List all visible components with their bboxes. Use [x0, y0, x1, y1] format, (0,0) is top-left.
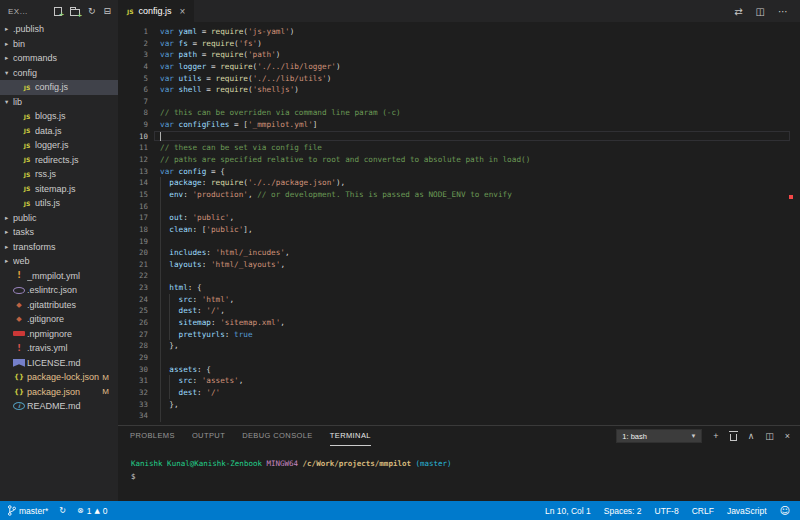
maximize-panel-icon[interactable]: ∧ [748, 431, 755, 441]
code-editor[interactable]: 1var yaml = require('js-yaml')2var fs = … [118, 22, 800, 425]
sidebar-folder-transforms[interactable]: ▸transforms [0, 240, 118, 255]
sidebar-file-rss-js[interactable]: JSrss.js [0, 167, 118, 182]
sidebar-folder-public[interactable]: ▸public [0, 211, 118, 226]
line-number[interactable]: 1 [118, 26, 148, 38]
code-line[interactable]: 13var config = { [118, 166, 800, 178]
sidebar-file-readme-md[interactable]: iREADME.md [0, 399, 118, 414]
line-number[interactable]: 14 [118, 177, 148, 189]
line-number[interactable]: 13 [118, 166, 148, 178]
code-line[interactable]: 5var utils = require('./../lib/utils') [118, 73, 800, 85]
line-number[interactable]: 8 [118, 107, 148, 119]
more-actions-icon[interactable]: ⋯ [778, 6, 788, 17]
encoding-status[interactable]: UTF-8 [655, 506, 679, 516]
kill-terminal-icon[interactable] [730, 434, 737, 441]
sidebar-file--mmpilot-yml[interactable]: !_mmpilot.yml [0, 269, 118, 284]
sidebar-folder-bin[interactable]: ▸bin [0, 37, 118, 52]
refresh-icon[interactable]: ↻ [88, 7, 96, 16]
line-number[interactable]: 28 [118, 340, 148, 352]
code-line[interactable]: 21 layouts: 'html/_layouts', [118, 259, 800, 271]
cursor-position-status[interactable]: Ln 10, Col 1 [545, 506, 591, 516]
sidebar-file-blogs-js[interactable]: JSblogs.js [0, 109, 118, 124]
sidebar-file-package-json[interactable]: {}package.jsonM [0, 385, 118, 400]
split-editor-icon[interactable]: ◫ [756, 6, 765, 17]
code-line[interactable]: 32 dest: '/' [118, 387, 800, 399]
line-number[interactable]: 20 [118, 247, 148, 259]
code-line[interactable]: 4var logger = require('./../lib/logger') [118, 61, 800, 73]
code-line[interactable]: 3var path = require('path') [118, 49, 800, 61]
code-line[interactable]: 18 clean: ['public'], [118, 224, 800, 236]
sidebar-folder--publish[interactable]: ▸.publish [0, 22, 118, 37]
sidebar-file-license-md[interactable]: LICENSE.md [0, 356, 118, 371]
sidebar-file-sitemap-js[interactable]: JSsitemap.js [0, 182, 118, 197]
line-number[interactable]: 32 [118, 387, 148, 399]
line-number[interactable]: 27 [118, 329, 148, 341]
code-line[interactable]: 29 [118, 352, 800, 364]
sidebar-folder-lib[interactable]: ▾lib [0, 95, 118, 110]
code-line[interactable]: 12// paths are specified relative to roo… [118, 154, 800, 166]
panel-tab-terminal[interactable]: TERMINAL [330, 426, 371, 446]
open-changes-icon[interactable]: ⇄ [734, 6, 742, 17]
line-number[interactable]: 11 [118, 142, 148, 154]
terminal-output[interactable]: Kanishk Kunal@Kanishk-Zenbook MINGW64 /c… [118, 446, 800, 483]
sidebar-file-package-lock-json[interactable]: {}package-lock.jsonM [0, 370, 118, 385]
code-line[interactable]: 24 src: 'html', [118, 294, 800, 306]
code-line[interactable]: 10 [118, 131, 800, 143]
line-number[interactable]: 31 [118, 375, 148, 387]
new-file-icon[interactable] [54, 7, 62, 16]
line-number[interactable]: 7 [118, 96, 148, 108]
code-line[interactable]: 2var fs = require('fs') [118, 38, 800, 50]
sidebar-file--eslintrc-json[interactable]: .eslintrc.json [0, 283, 118, 298]
sidebar-folder-tasks[interactable]: ▸tasks [0, 225, 118, 240]
shell-selector-dropdown[interactable]: 1: bash ▼ [616, 429, 702, 443]
line-number[interactable]: 29 [118, 352, 148, 364]
line-number[interactable]: 34 [118, 410, 148, 422]
sync-button[interactable]: ↻ [59, 506, 66, 515]
close-panel-icon[interactable]: × [785, 431, 790, 441]
sidebar-file--gitignore[interactable]: ◆.gitignore [0, 312, 118, 327]
sidebar-folder-config[interactable]: ▾config [0, 66, 118, 81]
sidebar-file--gitattributes[interactable]: ◆.gitattributes [0, 298, 118, 313]
problems-status[interactable]: ⊗ 1 ▲ 0 [77, 506, 108, 516]
sidebar-file-data-js[interactable]: JSdata.js [0, 124, 118, 139]
sidebar-file-utils-js[interactable]: JSutils.js [0, 196, 118, 211]
code-line[interactable]: 8// this can be overriden via command li… [118, 107, 800, 119]
line-number[interactable]: 18 [118, 224, 148, 236]
line-number[interactable]: 15 [118, 189, 148, 201]
code-line[interactable]: 34 [118, 410, 800, 422]
new-terminal-icon[interactable]: + [713, 431, 718, 441]
line-number[interactable]: 21 [118, 259, 148, 271]
code-line[interactable]: 30 assets: { [118, 364, 800, 376]
line-number[interactable]: 26 [118, 317, 148, 329]
line-number[interactable]: 17 [118, 212, 148, 224]
language-mode-status[interactable]: JavaScript [727, 506, 767, 516]
panel-tab-output[interactable]: OUTPUT [192, 426, 225, 446]
code-line[interactable]: 28 }, [118, 340, 800, 352]
sidebar-folder-commands[interactable]: ▸commands [0, 51, 118, 66]
sidebar-file--npmignore[interactable]: .npmignore [0, 327, 118, 342]
close-tab-icon[interactable]: × [180, 6, 186, 17]
code-line[interactable]: 7 [118, 96, 800, 108]
panel-tab-debug-console[interactable]: DEBUG CONSOLE [242, 426, 313, 446]
line-number[interactable]: 19 [118, 236, 148, 248]
feedback-smiley-icon[interactable]: ☺ [780, 505, 790, 516]
code-line[interactable]: 22 [118, 270, 800, 282]
code-line[interactable]: 14 package: require('./../package.json')… [118, 177, 800, 189]
code-line[interactable]: 20 includes: 'html/_incudes', [118, 247, 800, 259]
git-branch-status[interactable]: master* [8, 505, 48, 516]
line-number[interactable]: 10 [118, 131, 148, 143]
sidebar-file-redirects-js[interactable]: JSredirects.js [0, 153, 118, 168]
code-line[interactable]: 33 }, [118, 399, 800, 411]
sidebar-file--travis-yml[interactable]: !.travis.yml [0, 341, 118, 356]
code-line[interactable]: 15 env: 'production', // or development.… [118, 189, 800, 201]
line-number[interactable]: 23 [118, 282, 148, 294]
code-line[interactable]: 9var configFiles = ['_mmpilot.yml'] [118, 119, 800, 131]
line-number[interactable]: 33 [118, 399, 148, 411]
line-number[interactable]: 3 [118, 49, 148, 61]
code-line[interactable]: 19 [118, 236, 800, 248]
code-line[interactable]: 26 sitemap: 'sitemap.xml', [118, 317, 800, 329]
indentation-status[interactable]: Spaces: 2 [604, 506, 642, 516]
line-number[interactable]: 22 [118, 270, 148, 282]
eol-status[interactable]: CRLF [692, 506, 714, 516]
split-terminal-icon[interactable]: ◫ [765, 431, 774, 441]
line-number[interactable]: 16 [118, 201, 148, 213]
